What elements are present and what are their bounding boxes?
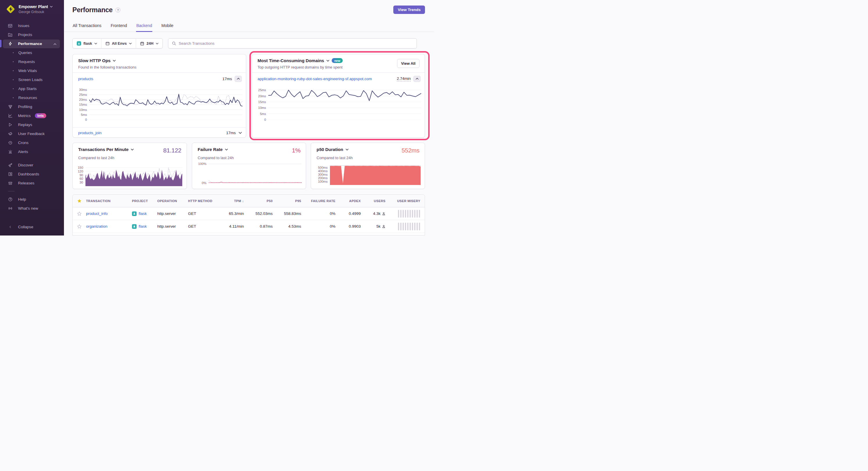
col-project[interactable]: PROJECT <box>132 199 157 203</box>
project-filter[interactable]: flask <box>73 39 101 48</box>
table-header-row: TRANSACTION PROJECT OPERATION HTTP METHO… <box>73 195 425 207</box>
page-title: Performance <box>72 6 113 14</box>
help-tooltip-icon[interactable]: ? <box>115 7 120 12</box>
tab-all-transactions[interactable]: All Transactions <box>72 22 102 32</box>
sidebar-item-metrics[interactable]: Metrics beta <box>0 111 64 120</box>
sidebar-item-replays[interactable]: Replays <box>0 120 64 129</box>
collapse-row-button[interactable] <box>235 76 242 82</box>
col-transaction[interactable]: TRANSACTION <box>86 199 132 203</box>
time-consuming-domains-panel: Most Time-Consuming Domains new Top outg… <box>252 54 425 138</box>
row-duration: 17ms <box>226 131 236 135</box>
sidebar-item-label: Alerts <box>18 149 28 154</box>
tab-mobile[interactable]: Mobile <box>161 22 174 32</box>
sidebar-item-alerts[interactable]: Alerts <box>0 147 64 156</box>
broadcast-icon <box>8 206 12 210</box>
org-switcher[interactable]: Empower Plant George Gritsouk <box>0 0 64 17</box>
sidebar-item-app-starts[interactable]: App Starts <box>0 84 64 93</box>
search-input[interactable] <box>179 41 413 45</box>
date-range-filter[interactable]: 24H <box>136 39 162 48</box>
col-http-method[interactable]: HTTP METHOD <box>188 199 218 203</box>
sidebar-item-web-vitals[interactable]: Web Vitals <box>0 66 64 75</box>
metric-subtitle: Compared to last 24h <box>73 156 187 160</box>
sidebar-item-queries[interactable]: Queries <box>0 48 64 57</box>
sidebar-item-label: Performance <box>18 41 42 46</box>
sidebar-item-resources[interactable]: Resources <box>0 93 64 102</box>
sidebar-item-dashboards[interactable]: Dashboards <box>0 170 64 178</box>
slow-http-chart: 30ms25ms20ms15ms10ms5ms0 <box>73 88 242 120</box>
sidebar-item-releases[interactable]: Releases <box>0 178 64 188</box>
collapse-row-button[interactable] <box>413 76 421 82</box>
domains-chart: 25ms20ms15ms10ms5ms0 <box>252 88 421 120</box>
project-cell[interactable]: flask <box>132 224 157 229</box>
star-header-icon[interactable] <box>73 199 86 203</box>
calendar-icon <box>140 41 144 45</box>
slow-http-ops-panel: Slow HTTP Ops Found in the following tra… <box>72 54 246 138</box>
col-users[interactable]: USERS <box>366 199 391 203</box>
user-misery-cell <box>391 223 425 230</box>
sidebar-item-user-feedback[interactable]: User Feedback <box>0 129 64 138</box>
sidebar-item-profiling[interactable]: Profiling <box>0 102 64 111</box>
col-operation[interactable]: OPERATION <box>157 199 188 203</box>
transaction-link[interactable]: products <box>78 77 93 81</box>
environment-filter[interactable]: All Envs <box>101 39 136 48</box>
col-p95[interactable]: P95 <box>278 199 306 203</box>
transaction-link[interactable]: product_info <box>86 211 107 216</box>
star-button[interactable] <box>73 224 86 229</box>
sidebar-item-help[interactable]: Help <box>0 195 64 204</box>
panel-title-row[interactable]: Transactions Per Minute <box>78 147 134 152</box>
panel-title-row[interactable]: p50 Duration <box>316 147 348 152</box>
org-logo <box>6 4 16 14</box>
sidebar-item-label: Issues <box>18 24 29 28</box>
metric-value: 81.122 <box>163 147 181 154</box>
col-failure-rate[interactable]: FAILURE RATE <box>306 199 341 203</box>
sidebar-item-projects[interactable]: Projects <box>0 30 64 39</box>
expand-row-button[interactable] <box>239 132 242 134</box>
chevron-down-icon <box>50 6 53 7</box>
operation-cell: http.server <box>157 211 188 216</box>
table-row: product_info flask http.server GET 65.3/… <box>73 207 425 220</box>
org-user: George Gritsouk <box>19 10 53 14</box>
sidebar-item-crons[interactable]: Crons <box>0 138 64 147</box>
star-button[interactable] <box>73 211 86 216</box>
view-trends-button[interactable]: View Trends <box>393 5 425 14</box>
sidebar-collapse[interactable]: Collapse <box>0 223 64 231</box>
col-p50[interactable]: P50 <box>249 199 278 203</box>
tab-bar: All Transactions Frontend Backend Mobile <box>64 22 434 32</box>
col-apdex[interactable]: APDEX <box>341 199 366 203</box>
sidebar-item-label: App Starts <box>18 87 37 91</box>
project-filter-label: flask <box>84 41 92 45</box>
sidebar-item-requests[interactable]: Requests <box>0 57 64 66</box>
sidebar-item-screen-loads[interactable]: Screen Loads <box>0 75 64 84</box>
col-user-misery[interactable]: USER MISERY <box>391 199 425 203</box>
panel-title-row[interactable]: Most Time-Consuming Domains new <box>257 58 420 63</box>
transaction-link[interactable]: organization <box>86 224 107 229</box>
view-all-button[interactable]: View All <box>397 59 420 68</box>
p50-cell: 552.03ms <box>249 211 278 216</box>
chevron-up-icon <box>54 41 56 46</box>
metric-value: 1% <box>292 147 301 154</box>
sidebar-item-issues[interactable]: Issues <box>0 21 64 30</box>
sidebar-item-whats-new[interactable]: What's new <box>0 204 64 213</box>
transaction-link[interactable]: products_join <box>78 131 101 135</box>
app-root: Empower Plant George Gritsouk Issues Pro… <box>0 0 434 236</box>
chevron-down-icon <box>129 43 132 44</box>
tab-backend[interactable]: Backend <box>136 22 152 32</box>
metric-subtitle: Compared to last 24h <box>192 156 306 160</box>
col-tpm-sorted[interactable]: TPM ↓ <box>218 199 249 203</box>
project-cell[interactable]: flask <box>132 211 157 216</box>
sidebar-item-performance[interactable]: Performance <box>0 39 64 48</box>
bullet-icon <box>13 79 14 80</box>
sidebar-item-discover[interactable]: Discover <box>0 161 64 170</box>
beta-badge: beta <box>35 113 46 118</box>
sidebar: Empower Plant George Gritsouk Issues Pro… <box>0 0 64 236</box>
user-misery-bars <box>398 223 420 230</box>
sidebar-item-label: Web Vitals <box>18 69 37 73</box>
sidebar-item-label: Profiling <box>18 105 32 109</box>
domain-link[interactable]: application-monitoring-ruby-dot-sales-en… <box>257 77 372 81</box>
panel-title-row[interactable]: Slow HTTP Ops <box>78 58 241 63</box>
p95-cell: 558.83ms <box>278 211 306 216</box>
panel-subtitle: Found in the following transactions <box>78 65 241 69</box>
p50-duration-panel: p50 Duration 552ms Compared to last 24h … <box>311 142 425 189</box>
panel-title-row[interactable]: Failure Rate <box>198 147 228 152</box>
tab-frontend[interactable]: Frontend <box>111 22 127 32</box>
